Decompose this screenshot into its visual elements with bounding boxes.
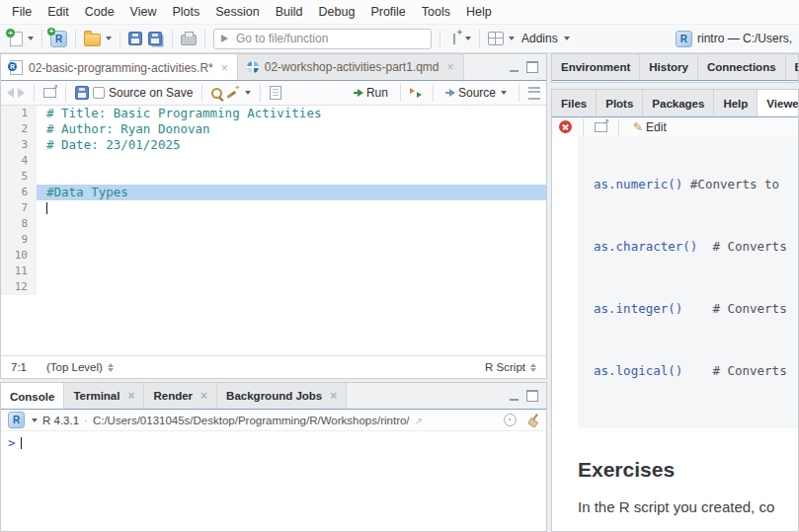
tab-help[interactable]: Help	[714, 90, 758, 116]
editor-tab-strip: 02-basic-programming-activities.R* 02-wo…	[1, 54, 546, 81]
edit-button[interactable]: Edit	[630, 118, 670, 136]
minimize-icon[interactable]	[510, 63, 519, 72]
tab-connections[interactable]: Connections	[698, 54, 786, 80]
menu-tools[interactable]: Tools	[414, 1, 458, 24]
stop-icon[interactable]	[559, 120, 572, 133]
back-icon[interactable]	[7, 88, 14, 98]
close-icon[interactable]	[221, 61, 228, 75]
save-icon	[128, 32, 142, 45]
compile-report-icon[interactable]	[270, 86, 281, 100]
editor-line[interactable]: 5	[1, 169, 546, 185]
source-button[interactable]: Source	[442, 84, 510, 102]
chevron-down-icon[interactable]	[32, 418, 38, 422]
menu-debug[interactable]: Debug	[311, 1, 363, 24]
close-icon[interactable]	[330, 390, 337, 402]
save-all-icon	[148, 32, 162, 45]
editor-line[interactable]: 1 # Title: Basic Programming Activities	[1, 106, 546, 121]
sort-arrows-icon	[108, 363, 114, 372]
addins-button[interactable]: Addins	[518, 32, 574, 45]
line-number: 7	[1, 200, 37, 216]
code-line: as.logical() # Converts	[594, 360, 798, 381]
workspace-panes-button[interactable]	[485, 30, 518, 47]
editor-line[interactable]: 4	[1, 153, 546, 169]
version-control-button[interactable]	[445, 30, 474, 47]
popout-icon[interactable]	[595, 122, 607, 132]
save-all-button[interactable]	[145, 30, 167, 47]
editor-line[interactable]: 2 # Author: Ryan Donovan	[1, 121, 546, 137]
print-icon	[181, 35, 197, 45]
clear-console-icon[interactable]	[526, 414, 539, 426]
tab-workshop-activities[interactable]: 02-workshop-activities-part1.qmd	[238, 54, 464, 80]
menu-help[interactable]: Help	[458, 1, 500, 24]
quarto-file-icon	[247, 61, 259, 73]
scope-selector[interactable]: (Top Level)	[46, 361, 114, 373]
code-tools-icon[interactable]	[226, 87, 239, 100]
goto-file-input[interactable]	[234, 31, 424, 46]
editor-line[interactable]: 12	[1, 279, 546, 295]
document-outline-icon[interactable]	[528, 87, 540, 100]
editor-line[interactable]: 10	[1, 248, 546, 264]
code-editor[interactable]: 1 # Title: Basic Programming Activities …	[1, 106, 546, 359]
editor-line[interactable]: 7	[1, 200, 546, 216]
menu-file[interactable]: File	[4, 1, 40, 24]
tab-environment[interactable]: Environment	[552, 54, 640, 80]
editor-line[interactable]: 11	[1, 264, 546, 279]
rerun-icon[interactable]	[410, 88, 424, 98]
close-icon[interactable]	[127, 390, 134, 402]
new-file-button[interactable]	[7, 30, 37, 48]
minimize-icon[interactable]	[510, 392, 519, 401]
close-icon[interactable]	[447, 60, 454, 74]
new-file-icon	[10, 32, 23, 46]
run-icon	[354, 89, 363, 97]
code-block: as.numeric() #Converts to as.character()…	[578, 136, 798, 428]
editor-line[interactable]: 3 # Date: 23/01/2025	[1, 137, 546, 153]
menu-plots[interactable]: Plots	[164, 1, 207, 24]
tab-terminal[interactable]: Terminal	[64, 383, 144, 409]
menu-edit[interactable]: Edit	[40, 1, 77, 24]
menu-build[interactable]: Build	[268, 1, 311, 24]
close-icon[interactable]	[200, 390, 207, 402]
console-input[interactable]: >	[1, 431, 546, 454]
tab-files[interactable]: Files	[552, 90, 597, 116]
chevron-down-icon	[245, 91, 251, 95]
line-text: #Data Types	[37, 185, 546, 200]
line-text	[37, 216, 546, 232]
tab-packages[interactable]: Packages	[643, 90, 714, 116]
open-file-button[interactable]	[81, 29, 115, 48]
save-button[interactable]	[125, 30, 145, 47]
forward-icon[interactable]	[18, 88, 25, 98]
open-in-window-icon[interactable]	[415, 415, 423, 426]
tab-basic-programming-activities[interactable]: 02-basic-programming-activities.R*	[1, 54, 238, 81]
file-type-selector[interactable]: R Script	[485, 361, 536, 373]
console-pane: Console Terminal Render Background Jobs	[0, 382, 547, 532]
project-selector[interactable]: rintro — C:/Users,	[676, 31, 792, 47]
editor-line-selected[interactable]: 6 #Data Types	[1, 185, 546, 200]
tab-background-jobs[interactable]: Background Jobs	[217, 383, 347, 409]
editor-line[interactable]: 9	[1, 232, 546, 248]
line-text	[37, 279, 546, 295]
maximize-icon[interactable]	[526, 61, 538, 73]
save-icon[interactable]	[75, 86, 89, 100]
tab-plots[interactable]: Plots	[597, 90, 643, 116]
search-icon[interactable]	[211, 88, 222, 99]
tab-console[interactable]: Console	[1, 383, 64, 410]
menu-view[interactable]: View	[122, 1, 165, 24]
source-on-save-checkbox[interactable]	[93, 87, 105, 99]
menu-profile[interactable]: Profile	[362, 1, 413, 24]
addins-label: Addins	[521, 32, 558, 45]
tab-viewer[interactable]: Viewer	[758, 90, 798, 117]
console-tab-strip: Console Terminal Render Background Jobs	[1, 383, 546, 410]
menu-session[interactable]: Session	[207, 1, 267, 24]
editor-line[interactable]: 8	[1, 216, 546, 232]
print-button[interactable]	[178, 30, 200, 47]
session-icon[interactable]	[504, 414, 517, 426]
maximize-icon[interactable]	[526, 390, 538, 402]
menu-code[interactable]: Code	[77, 1, 122, 24]
run-button[interactable]: Run	[351, 84, 391, 102]
tab-build[interactable]: Build	[786, 54, 798, 80]
new-project-button[interactable]	[47, 29, 70, 49]
tab-history[interactable]: History	[640, 54, 698, 80]
text-cursor	[21, 437, 22, 449]
popout-icon[interactable]	[43, 88, 56, 98]
tab-render[interactable]: Render	[144, 383, 217, 409]
